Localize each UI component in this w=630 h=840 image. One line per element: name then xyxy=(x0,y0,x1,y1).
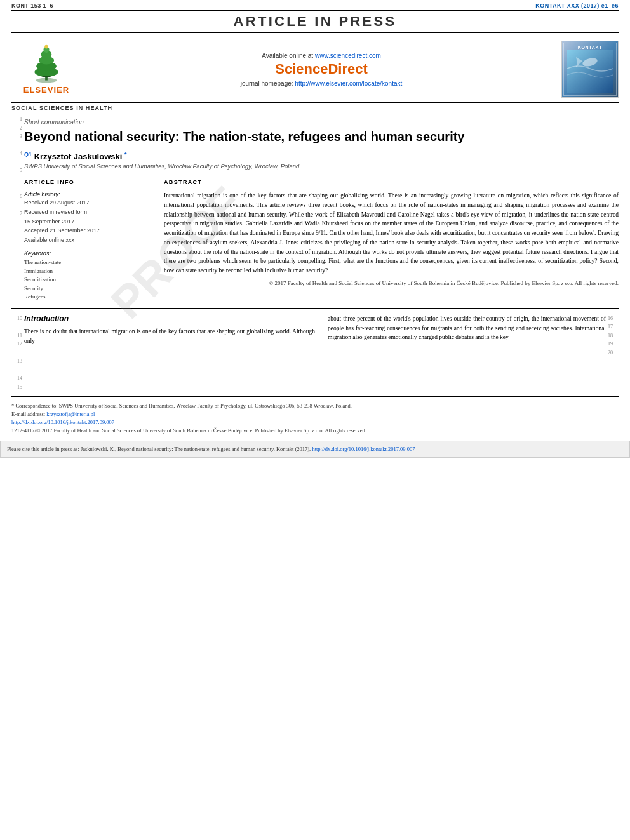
received-revised-label: Received in revised form xyxy=(24,208,151,217)
accepted-date: Accepted 21 September 2017 xyxy=(24,227,151,235)
journal-label: SOCIAL SCIENCES IN HEALTH xyxy=(11,102,619,111)
journal-ref: KONTAKT XXX (2017) e1–e6 xyxy=(535,3,619,9)
svg-point-7 xyxy=(44,45,48,49)
journal-homepage-text: journal homepage: http://www.elsevier.co… xyxy=(88,80,555,87)
author-line: Q1 Krzysztof Jaskulowski * xyxy=(24,151,619,161)
svg-rect-8 xyxy=(43,76,51,77)
journal-thumbnail: KONTAKT xyxy=(561,41,619,98)
email-link[interactable]: krzysztofja@interia.pl xyxy=(46,411,95,417)
line-numbers-top: 1 2 3 4 5 6 7 xyxy=(11,115,24,302)
sciencedirect-title: ScienceDirect xyxy=(88,61,555,77)
article-info-heading: ARTICLE INFO xyxy=(24,179,151,187)
journal-homepage-url[interactable]: http://www.elsevier.com/locate/kontakt xyxy=(295,80,402,87)
doi-link[interactable]: http://dx.doi.org/10.1016/j.kontakt.2017… xyxy=(11,419,114,425)
line-numbers-bottom: 10 11 12 13 14 15 xyxy=(11,314,24,392)
journal-cover-image xyxy=(567,50,613,93)
article-info-abstract-container: ARTICLE INFO Article history: Received 2… xyxy=(24,179,619,301)
affiliation: SWPS University of Social Sciences and H… xyxy=(24,163,619,170)
article-ref: KONT 153 1–6 xyxy=(11,3,53,9)
sciencedirect-url[interactable]: www.sciencedirect.com xyxy=(315,52,381,59)
header-divider xyxy=(24,175,619,175)
top-meta-bar: KONT 153 1–6 KONTAKT XXX (2017) e1–e6 xyxy=(0,0,630,10)
article-history-label: Article history: xyxy=(24,191,151,197)
elsevier-tree-icon xyxy=(18,44,75,85)
available-online-text: Available online at www.sciencedirect.co… xyxy=(88,52,555,59)
keyword-2: Immigration xyxy=(24,267,151,276)
copyright-text: © 2017 Faculty of Health and Social Scie… xyxy=(164,279,619,288)
author-asterisk: * xyxy=(124,151,127,157)
elsevier-logo: ELSEVIER xyxy=(11,44,81,95)
elsevier-text: ELSEVIER xyxy=(11,85,81,95)
author-name: Krzysztof Jaskulowski xyxy=(34,152,123,161)
journal-header: ELSEVIER Available online at www.science… xyxy=(0,37,630,102)
journal-center: Available online at www.sciencedirect.co… xyxy=(88,52,555,87)
article-title: Beyond national security: The nation-sta… xyxy=(24,128,619,145)
keyword-1: The nation-state xyxy=(24,258,151,267)
citation-doi-link[interactable]: http://dx.doi.org/10.1016/j.kontakt.2017… xyxy=(312,446,415,452)
keywords-label: Keywords: xyxy=(24,250,151,257)
bottom-section: 10 11 12 13 14 15 Introduction xyxy=(11,308,619,392)
keyword-4: Security xyxy=(24,284,151,293)
abstract-text: International migration is one of the ke… xyxy=(164,191,619,275)
intro-text-1: There is no doubt that international mig… xyxy=(24,327,315,345)
kontakt-label: KONTAKT xyxy=(578,45,603,50)
article-body: PROOF 1 2 3 4 5 6 7 Short communication … xyxy=(0,112,630,434)
intro-text-2: about three percent of the world's popul… xyxy=(328,314,606,342)
keyword-3: Securitization xyxy=(24,276,151,284)
revised-date: 15 September 2017 xyxy=(24,218,151,226)
article-in-press-banner: ARTICLE IN PRESS xyxy=(11,10,619,33)
bottom-two-col: Introduction There is no doubt that inte… xyxy=(24,314,619,357)
received-date: Received 29 August 2017 xyxy=(24,199,151,207)
doi-link-note: http://dx.doi.org/10.1016/j.kontakt.2017… xyxy=(11,418,619,427)
available-online: Available online xxx xyxy=(24,236,151,244)
svg-point-1 xyxy=(36,78,57,83)
article-info-column: ARTICLE INFO Article history: Received 2… xyxy=(24,179,151,301)
footer-divider xyxy=(11,396,619,397)
citation-bar: Please cite this article in press as: Ja… xyxy=(0,441,630,458)
email-note: E-mail address: krzysztofja@interia.pl xyxy=(11,410,619,418)
q-marker: Q1 xyxy=(24,151,32,157)
keyword-5: Refugees xyxy=(24,293,151,302)
section-label: Short communication xyxy=(24,119,619,126)
abstract-heading: ABSTRACT xyxy=(164,179,619,187)
issn-note: 1212-4117/© 2017 Faculty of Health and S… xyxy=(11,427,619,435)
introduction-heading: Introduction xyxy=(24,314,315,323)
bottom-right-col: about three percent of the world's popul… xyxy=(328,314,619,357)
abstract-column: ABSTRACT International migration is one … xyxy=(164,179,619,301)
bottom-left-col: Introduction There is no doubt that inte… xyxy=(24,314,315,357)
correspondence-note: * Correspondence to: SWPS University of … xyxy=(11,402,619,410)
